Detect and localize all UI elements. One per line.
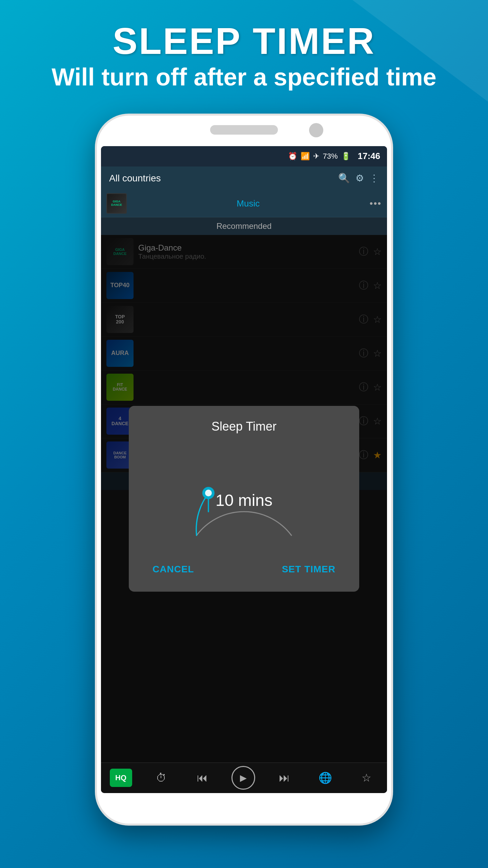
dialog-title: Sleep Timer	[211, 419, 277, 434]
status-bar: ⏰ 📶 ✈ 73% 🔋 17:46	[101, 146, 387, 166]
more-options-icon[interactable]: ⋮	[369, 173, 379, 184]
phone-camera	[309, 123, 323, 137]
app-header: All countries 🔍 ⚙ ⋮	[101, 166, 387, 190]
filter-icon[interactable]: ⚙	[355, 173, 364, 184]
now-playing-bar: GIGA DANCE Music •••	[101, 190, 387, 217]
phone-speaker	[210, 125, 278, 135]
recommended-section-label: Recommended	[101, 217, 387, 235]
globe-button[interactable]: 🌐	[313, 766, 337, 790]
app-header-title: All countries	[109, 173, 333, 184]
sleep-timer-button[interactable]: ⏱	[149, 766, 173, 790]
dialog-buttons: CANCEL SET TIMER	[142, 559, 346, 579]
stations-list: GIGADANCE Giga-Dance Танцевальное радио.…	[101, 235, 387, 763]
now-playing-logo: GIGA DANCE	[106, 193, 127, 214]
sleep-timer-dialog: Sleep Timer	[129, 406, 359, 592]
favorites-button[interactable]: ☆	[354, 766, 378, 790]
hq-button[interactable]: HQ	[110, 769, 132, 787]
bottom-nav: HQ ⏱ ⏮ ▶ ⏭ 🌐 ☆	[101, 763, 387, 793]
battery-icon: 🔋	[341, 152, 350, 161]
wifi-icon: 📶	[301, 152, 310, 161]
more-dots-icon[interactable]: •••	[370, 198, 382, 209]
phone-screen: ⏰ 📶 ✈ 73% 🔋 17:46 All countries 🔍 ⚙ ⋮ GI…	[101, 146, 387, 793]
timer-display[interactable]: 10 mins	[176, 444, 312, 546]
phone-shell: ⏰ 📶 ✈ 73% 🔋 17:46 All countries 🔍 ⚙ ⋮ GI…	[95, 114, 393, 826]
set-timer-button[interactable]: SET TIMER	[272, 559, 346, 579]
sleep-timer-overlay: Sleep Timer	[101, 235, 387, 763]
play-button[interactable]: ▶	[231, 766, 255, 790]
airplane-icon: ✈	[313, 152, 319, 161]
play-icon: ▶	[240, 773, 247, 783]
search-icon[interactable]: 🔍	[338, 173, 350, 184]
cancel-button[interactable]: CANCEL	[142, 559, 204, 579]
timer-minutes-label: 10 mins	[216, 491, 272, 510]
status-time: 17:46	[358, 151, 381, 161]
prev-button[interactable]: ⏮	[190, 766, 214, 790]
next-button[interactable]: ⏭	[272, 766, 296, 790]
alarm-icon: ⏰	[288, 152, 297, 161]
status-icons: ⏰ 📶 ✈ 73% 🔋	[288, 152, 350, 161]
battery-level: 73%	[323, 152, 338, 161]
now-playing-genre: Music	[131, 198, 366, 209]
svg-point-1	[205, 490, 212, 496]
